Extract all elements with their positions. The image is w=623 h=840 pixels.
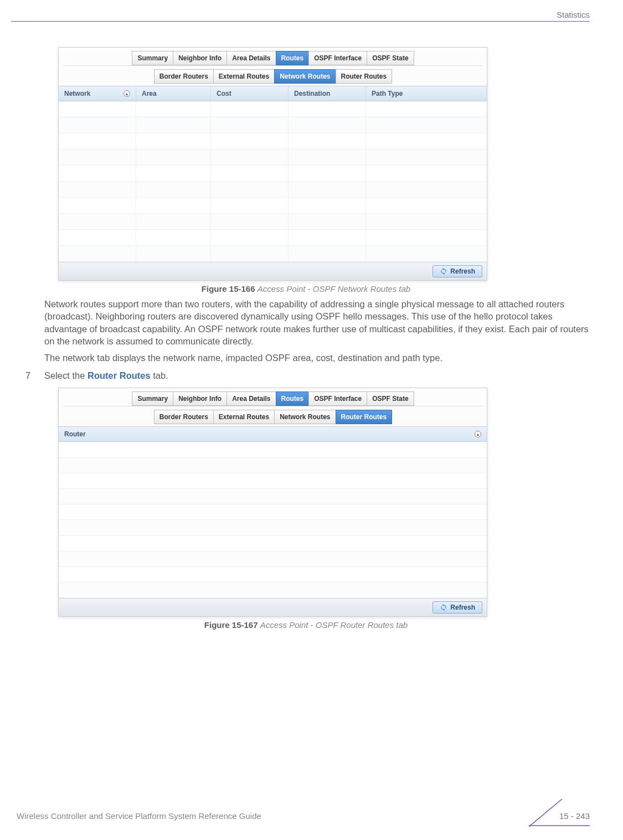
tab-ospf-state-2[interactable]: OSPF State bbox=[367, 391, 414, 406]
tab-ospf-interface[interactable]: OSPF Interface bbox=[308, 51, 367, 65]
refresh-button[interactable]: Refresh bbox=[433, 265, 482, 277]
column-label: Network bbox=[64, 90, 90, 97]
tab-summary[interactable]: Summary bbox=[132, 51, 173, 65]
figure-text: Access Point - OSPF Router Routes tab bbox=[260, 620, 408, 630]
subtab-network-routes-2[interactable]: Network Routes bbox=[274, 410, 336, 424]
table-body bbox=[59, 101, 487, 262]
column-label: Router bbox=[64, 430, 86, 438]
subtab-border-routers[interactable]: Border Routers bbox=[154, 69, 214, 84]
table-row bbox=[59, 583, 487, 598]
main-tabs-row-2: Summary Neighbor Info Area Details Route… bbox=[59, 388, 487, 406]
table-row bbox=[59, 133, 487, 150]
table-row bbox=[59, 520, 487, 535]
table-row bbox=[59, 230, 487, 246]
sub-tabs-row: Border Routers External Routes Network R… bbox=[59, 66, 487, 84]
table-body-2 bbox=[59, 442, 487, 598]
svg-line-0 bbox=[529, 799, 562, 827]
table-row bbox=[59, 473, 487, 489]
column-area[interactable]: Area bbox=[136, 86, 211, 101]
tab-routes-2[interactable]: Routes bbox=[276, 391, 310, 406]
column-cost[interactable]: Cost bbox=[211, 86, 289, 101]
main-tabs-row: Summary Neighbor Info Area Details Route… bbox=[59, 48, 487, 65]
refresh-icon bbox=[440, 604, 447, 611]
subtab-network-routes[interactable]: Network Routes bbox=[274, 69, 336, 84]
refresh-icon bbox=[440, 267, 447, 275]
figure-text: Access Point - OSPF Network Routes tab bbox=[258, 284, 411, 293]
table-row bbox=[59, 504, 487, 520]
page-header-section: Statistics bbox=[557, 10, 590, 19]
table-header-row: Network ▲ Area Cost Destination Path Typ… bbox=[59, 86, 487, 101]
subtab-external-routes[interactable]: External Routes bbox=[213, 69, 275, 84]
sub-tabs-row-2: Border Routers External Routes Network R… bbox=[59, 406, 487, 424]
tab-area-details-2[interactable]: Area Details bbox=[226, 391, 276, 406]
step-number: 7 bbox=[22, 370, 44, 381]
figure-caption-1: Figure 15-166 Access Point - OSPF Networ… bbox=[22, 284, 590, 293]
sort-icon[interactable]: ▲ bbox=[123, 90, 130, 97]
table-row bbox=[59, 567, 487, 583]
column-path-type[interactable]: Path Type bbox=[366, 86, 487, 101]
step-ref: Router Routes bbox=[87, 370, 151, 380]
page-number-box: 15 - 243 bbox=[529, 806, 590, 826]
refresh-label: Refresh bbox=[450, 604, 475, 611]
tab-ospf-interface-2[interactable]: OSPF Interface bbox=[308, 391, 367, 406]
sort-icon[interactable]: ▲ bbox=[475, 431, 481, 437]
page-content: Summary Neighbor Info Area Details Route… bbox=[22, 47, 590, 630]
tab-area-details[interactable]: Area Details bbox=[226, 51, 276, 65]
table-row bbox=[59, 536, 487, 552]
step-7: 7 Select the Router Routes tab. bbox=[22, 370, 590, 381]
step-text: Select the Router Routes tab. bbox=[44, 370, 168, 381]
subtab-border-routers-2[interactable]: Border Routers bbox=[154, 410, 214, 424]
page-footer: Wireless Controller and Service Platform… bbox=[17, 806, 590, 826]
panel-footer: Refresh bbox=[59, 262, 487, 280]
paragraph-1: Network routes support more than two rou… bbox=[44, 298, 590, 347]
refresh-button-2[interactable]: Refresh bbox=[433, 601, 482, 614]
header-rule bbox=[11, 21, 590, 22]
tab-routes[interactable]: Routes bbox=[276, 51, 310, 65]
subtab-external-routes-2[interactable]: External Routes bbox=[213, 410, 275, 424]
column-network[interactable]: Network ▲ bbox=[59, 86, 136, 101]
table-row bbox=[59, 198, 487, 214]
paragraph-2: The network tab displays the network nam… bbox=[44, 352, 590, 364]
table-row bbox=[59, 214, 487, 230]
table-row bbox=[59, 442, 487, 457]
figure-label: Figure 15-167 bbox=[204, 620, 258, 630]
table-row bbox=[59, 552, 487, 567]
tab-neighbor-info[interactable]: Neighbor Info bbox=[173, 51, 227, 65]
table-row bbox=[59, 458, 487, 473]
table-row bbox=[59, 166, 487, 182]
tab-summary-2[interactable]: Summary bbox=[132, 391, 173, 406]
figure-network-routes-panel: Summary Neighbor Info Area Details Route… bbox=[58, 47, 487, 281]
table-row bbox=[59, 101, 487, 117]
tab-neighbor-info-2[interactable]: Neighbor Info bbox=[173, 391, 227, 406]
table-row bbox=[59, 489, 487, 504]
table-row bbox=[59, 117, 487, 133]
step-suffix: tab. bbox=[151, 370, 168, 380]
column-router[interactable]: Router ▲ bbox=[59, 427, 487, 441]
figure-caption-2: Figure 15-167 Access Point - OSPF Router… bbox=[22, 620, 590, 630]
figure-router-routes-panel: Summary Neighbor Info Area Details Route… bbox=[58, 388, 487, 617]
table-row bbox=[59, 182, 487, 198]
footer-doc-title: Wireless Controller and Service Platform… bbox=[17, 811, 261, 821]
subtab-router-routes-2[interactable]: Router Routes bbox=[336, 410, 393, 424]
table-header-row-2: Router ▲ bbox=[59, 426, 487, 442]
column-destination[interactable]: Destination bbox=[289, 86, 366, 101]
table-row bbox=[59, 246, 487, 262]
table-row bbox=[59, 150, 487, 166]
tab-ospf-state[interactable]: OSPF State bbox=[367, 51, 414, 65]
page-number: 15 - 243 bbox=[559, 811, 590, 821]
step-prefix: Select the bbox=[44, 370, 87, 380]
subtab-router-routes[interactable]: Router Routes bbox=[336, 69, 393, 84]
panel-footer-2: Refresh bbox=[59, 598, 487, 616]
figure-label: Figure 15-166 bbox=[202, 284, 255, 293]
refresh-label: Refresh bbox=[450, 267, 475, 275]
